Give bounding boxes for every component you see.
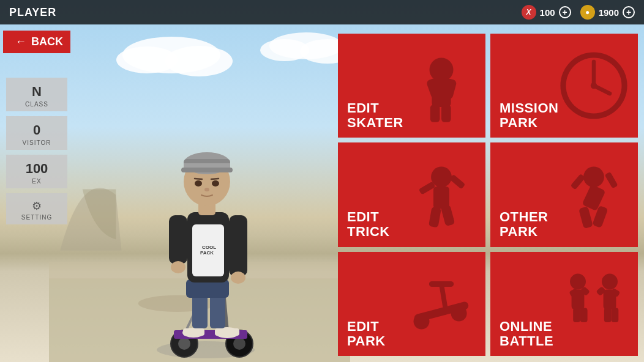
svg-point-73 [451,305,466,321]
edit-skater-button[interactable]: EDITSKATER [338,34,485,138]
visitor-label: VISITOR [9,139,64,146]
edit-trick-shadow [397,142,485,246]
svg-point-47 [204,188,209,191]
svg-rect-35 [229,215,247,276]
class-stat-box: N CLASS [6,78,67,111]
header: PLAYER X 100 + ● 1900 + [0,0,644,24]
svg-rect-68 [604,172,618,189]
setting-label: SETTING [9,214,64,221]
svg-rect-60 [433,187,449,209]
online-battle-label: ONLINEBATTLE [500,319,553,349]
character-svg: COOL PACK [120,68,291,362]
header-title: PLAYER [9,6,56,19]
other-park-button[interactable]: OTHERPARK [490,142,638,246]
edit-skater-label: EDITSKATER [347,101,403,130]
svg-rect-86 [604,308,612,322]
svg-point-43 [195,180,202,187]
coin-currency-icon: ● [580,5,595,20]
ex-stat-box: 100 EX [6,155,67,188]
svg-point-76 [570,273,586,289]
svg-point-48 [429,58,453,82]
svg-line-45 [195,179,202,179]
svg-rect-64 [441,205,455,226]
svg-rect-52 [430,105,440,122]
svg-point-13 [178,338,190,350]
online-battle-button[interactable]: ONLINEBATTLE [490,252,638,356]
svg-point-36 [231,272,245,284]
class-label: CLASS [9,101,64,108]
edit-skater-shadow [397,34,485,138]
svg-rect-67 [570,174,585,190]
character-area: COOL PACK [73,24,338,362]
trick-shadow-icon [402,155,481,234]
svg-rect-62 [449,174,465,190]
header-currency-area: X 100 + ● 1900 + [522,5,635,20]
edit-park-shadow [397,252,485,356]
back-button[interactable]: ← BACK [3,31,70,53]
edit-park-button[interactable]: EDITPARK [338,252,485,356]
ex-value: 100 [9,161,64,177]
svg-point-15 [233,338,245,350]
svg-point-72 [413,313,429,329]
sidebar: ← BACK N CLASS 0 VISITOR 100 EX ⚙ SETTIN… [0,24,73,362]
svg-point-34 [171,261,185,273]
back-icon: ← [15,35,26,48]
setting-box[interactable]: ⚙ SETTING [6,193,67,224]
spin-shadow-icon [554,155,634,234]
svg-line-74 [441,284,446,308]
svg-point-58 [591,83,597,89]
edit-trick-label: EDITTRICK [347,210,390,239]
edit-park-label: EDITPARK [347,319,386,349]
svg-rect-69 [578,207,593,229]
currency-coin-item: ● 1900 + [580,5,635,20]
setting-icon: ⚙ [32,200,42,212]
class-value: N [9,84,64,100]
mission-park-shadow [549,34,638,138]
svg-rect-42 [181,168,233,172]
add-coin-button[interactable]: + [623,6,635,18]
other-park-label: OTHERPARK [500,210,549,239]
svg-point-59 [431,167,452,188]
svg-line-46 [211,179,219,179]
svg-rect-63 [429,207,441,228]
battle-shadow-icon [554,264,634,344]
svg-point-65 [583,167,604,188]
svg-rect-25 [183,328,204,336]
svg-rect-87 [611,308,618,322]
mission-park-button[interactable]: MISSIONPARK [490,34,638,138]
skateboard-shadow-icon [402,264,481,344]
svg-point-82 [602,273,618,289]
back-label: BACK [31,35,63,48]
svg-rect-53 [441,105,451,122]
ex-label: EX [9,178,64,185]
edit-trick-button[interactable]: EDITTRICK [338,142,485,246]
x-currency-amount: 100 [540,7,555,18]
x-currency-icon: X [522,5,536,20]
skater-shadow-icon [402,46,481,125]
mission-park-label: MISSIONPARK [500,101,558,130]
visitor-stat-box: 0 VISITOR [6,116,67,150]
svg-text:COOL: COOL [202,245,216,250]
svg-rect-23 [215,328,239,336]
coin-currency-amount: 1900 [599,7,619,18]
add-x-button[interactable]: + [559,6,571,18]
svg-rect-81 [580,308,588,322]
svg-rect-61 [418,182,435,195]
svg-point-44 [212,180,219,187]
other-park-shadow [549,142,638,246]
svg-rect-80 [573,308,580,322]
svg-rect-33 [169,215,187,264]
online-battle-shadow [549,252,638,356]
visitor-value: 0 [9,122,64,138]
menu-grid: EDITSKATER MISSIONPARK ED [338,34,638,356]
currency-x-item: X 100 + [522,5,571,20]
svg-text:PACK: PACK [200,250,214,256]
clock-shadow-icon [554,46,634,125]
